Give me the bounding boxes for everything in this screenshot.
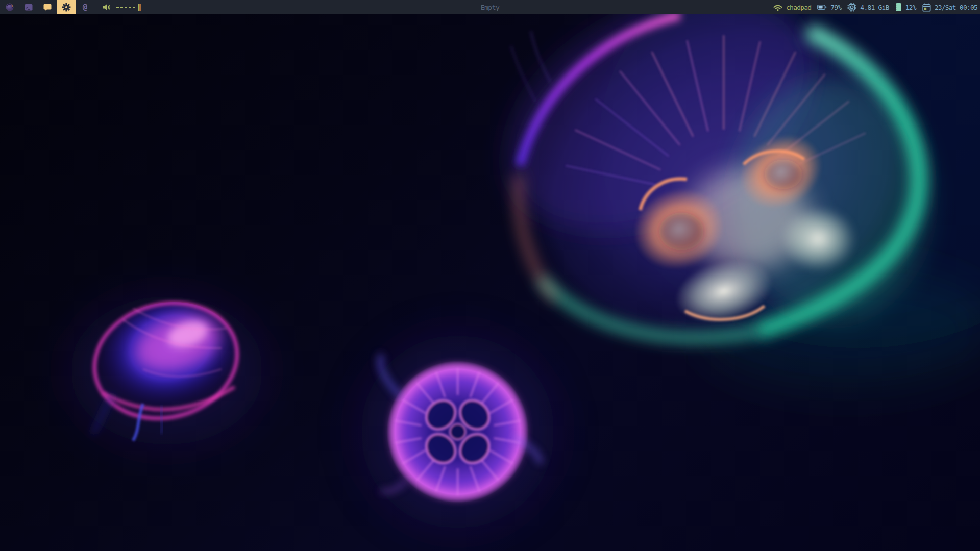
- clock-module: 23/Sat 00:05: [922, 3, 977, 12]
- workspace-settings[interactable]: [57, 0, 76, 14]
- battery-module: 79%: [817, 4, 841, 11]
- workspace-social[interactable]: @: [76, 0, 94, 14]
- workspace-browser[interactable]: [0, 0, 19, 14]
- ram-module: 12%: [895, 3, 916, 12]
- memory-module: 4.81 GiB: [847, 3, 889, 12]
- terminal-prompt-glyph: >_: [26, 6, 30, 10]
- volume-slider-cursor[interactable]: [138, 4, 141, 11]
- workspace-chat[interactable]: [38, 0, 57, 14]
- gear-icon: [61, 2, 71, 12]
- volume-slider[interactable]: [116, 0, 139, 14]
- volume-slider-track: [116, 7, 137, 8]
- calendar-icon: [922, 3, 931, 12]
- ram-icon: [895, 3, 902, 12]
- ram-percent: 12%: [905, 4, 916, 11]
- speaker-icon: [102, 3, 112, 11]
- memory-used: 4.81 GiB: [860, 4, 889, 11]
- volume-widget[interactable]: [102, 0, 139, 14]
- top-bar: >_: [0, 0, 980, 14]
- workspace-switcher: >_: [0, 0, 94, 14]
- chat-icon: [43, 3, 52, 12]
- desktop: >_: [0, 0, 980, 551]
- network-ssid: chadpad: [786, 4, 811, 11]
- terminal-icon: >_: [24, 3, 33, 12]
- firefox-icon: [5, 3, 14, 12]
- network-module: chadpad: [773, 4, 811, 11]
- jellyfish-left: [70, 287, 264, 445]
- battery-icon: [817, 4, 827, 10]
- battery-percent: 79%: [830, 4, 841, 11]
- workspace-terminal[interactable]: >_: [19, 0, 38, 14]
- wifi-icon: [773, 4, 782, 11]
- wallpaper-jellyfish-scene: [0, 14, 980, 551]
- status-area: chadpad 79%: [773, 3, 980, 12]
- at-icon: @: [83, 3, 87, 12]
- jellyfish-round: [361, 335, 555, 529]
- clock-text: 23/Sat 00:05: [935, 4, 977, 11]
- cpu-icon: [847, 3, 856, 12]
- wallpaper: [0, 14, 980, 551]
